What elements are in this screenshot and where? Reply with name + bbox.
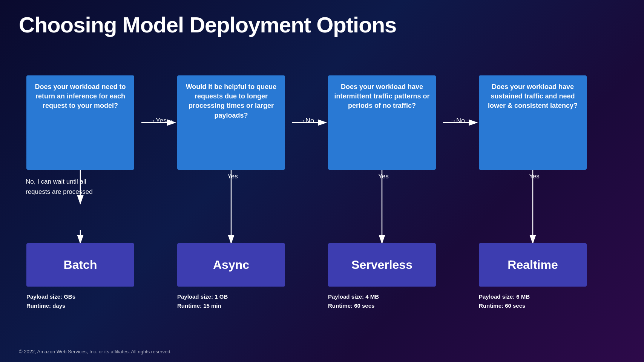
no-path-label: No, I can wait until allrequests are pro… [26,176,135,197]
question-box-4: Does your workload have sustained traffi… [479,75,587,170]
batch-info: Payload size: GBs Runtime: days [26,292,75,310]
result-box-async: Async [177,243,285,287]
result-box-batch: Batch [26,243,134,287]
question-box-3: Does your workload have intermittent tra… [328,75,436,170]
result-box-realtime: Realtime [479,243,587,287]
async-info: Payload size: 1 GB Runtime: 15 min [177,292,228,310]
yes-label-1: →Yes→ [149,117,173,125]
result-box-serverless: Serverless [328,243,436,287]
page-title: Choosing Model Deployment Options [19,12,396,37]
flowchart: Does your workload need to return an inf… [19,57,625,332]
question-box-2: Would it be helpful to queue requests du… [177,75,285,170]
realtime-info: Payload size: 6 MB Runtime: 60 secs [479,292,530,310]
yes-label-3: Yes [378,173,389,180]
yes-label-4: Yes [529,173,540,180]
no-label-1: →No→ [299,117,321,125]
yes-label-2: Yes [227,173,238,180]
no-label-2: →No→ [449,117,472,125]
question-box-1: Does your workload need to return an inf… [26,75,134,170]
serverless-info: Payload size: 4 MB Runtime: 60 secs [328,292,379,310]
footer-text: © 2022, Amazon Web Services, Inc. or its… [19,349,172,354]
